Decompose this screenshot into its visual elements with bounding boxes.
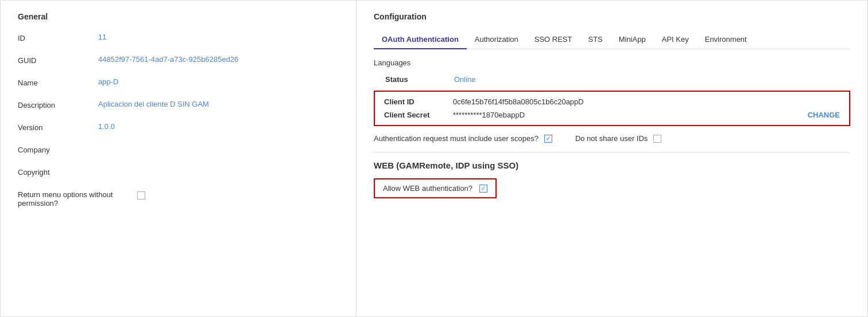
status-value: Online	[454, 75, 476, 84]
left-panel: General ID 11 GUID 44852f97-7561-4ad7-a7…	[1, 1, 356, 316]
field-row-name: Name app-D	[18, 77, 339, 87]
change-button[interactable]: CHANGE	[808, 111, 840, 119]
name-label: Name	[18, 77, 98, 87]
web-section-title: WEB (GAMRemote, IDP using SSO)	[374, 161, 850, 170]
tab-api-key[interactable]: API Key	[654, 30, 697, 49]
client-secret-value: **********1870ebappD	[453, 111, 796, 119]
checkmark-icon: ✓	[546, 136, 551, 142]
field-row-guid: GUID 44852f97-7561-4ad7-a73c-925b6285ed2…	[18, 55, 339, 65]
tab-miniapp[interactable]: MiniApp	[611, 30, 654, 49]
client-credentials-box: Client ID 0c6fe15b76f14f5b8a0805c1b6c20a…	[374, 91, 850, 126]
general-title: General	[18, 12, 339, 21]
allow-web-text: Allow WEB authentication?	[383, 184, 472, 193]
copyright-label: Copyright	[18, 167, 98, 177]
id-label: ID	[18, 33, 98, 42]
field-row-version: Version 1.0.0	[18, 122, 339, 132]
client-secret-row: Client Secret **********1870ebappD CHANG…	[384, 111, 840, 119]
client-id-value: 0c6fe15b76f14f5b8a0805c1b6c20appD	[453, 97, 840, 106]
status-label: Status	[385, 75, 454, 84]
description-label: Description	[18, 100, 98, 109]
description-value: Aplicacion del cliente D SIN GAM	[98, 100, 209, 108]
tab-oauth-authentication[interactable]: OAuth Authentication	[374, 30, 467, 49]
languages-label: Languages	[374, 58, 850, 67]
client-id-row: Client ID 0c6fe15b76f14f5b8a0805c1b6c20a…	[384, 97, 840, 106]
allow-web-checkbox[interactable]: ✓	[479, 185, 487, 193]
field-row-description: Description Aplicacion del cliente D SIN…	[18, 100, 339, 109]
allow-web-checkmark-icon: ✓	[481, 186, 486, 191]
return-menu-checkbox[interactable]	[137, 191, 145, 199]
auth-request-row: Authentication request must include user…	[374, 134, 850, 143]
client-secret-label: Client Secret	[384, 111, 453, 119]
tab-sts[interactable]: STS	[580, 30, 610, 49]
auth-request-checkbox[interactable]: ✓	[544, 135, 552, 143]
tab-environment[interactable]: Environment	[697, 30, 755, 49]
field-row-id: ID 11	[18, 33, 339, 42]
field-row-copyright: Copyright	[18, 167, 339, 177]
return-menu-label: Return menu options without permission?	[18, 189, 133, 208]
field-row-return-menu: Return menu options without permission?	[18, 189, 339, 208]
do-not-share-label: Do not share user IDs	[575, 134, 648, 143]
name-value: app-D	[98, 77, 118, 86]
guid-label: GUID	[18, 55, 98, 65]
version-label: Version	[18, 122, 98, 132]
field-row-company: Company	[18, 144, 339, 154]
auth-request-text: Authentication request must include user…	[374, 134, 538, 143]
tab-sso-rest[interactable]: SSO REST	[526, 30, 580, 49]
id-value: 11	[98, 33, 106, 41]
tab-authorization[interactable]: Authorization	[467, 30, 526, 49]
right-panel: Configuration OAuth Authentication Autho…	[356, 1, 867, 316]
do-not-share-checkbox[interactable]	[653, 135, 661, 143]
tabs-bar: OAuth Authentication Authorization SSO R…	[374, 30, 850, 49]
status-row: Status Online	[374, 75, 850, 84]
allow-web-box: Allow WEB authentication? ✓	[374, 178, 497, 198]
guid-value: 44852f97-7561-4ad7-a73c-925b6285ed26	[98, 55, 238, 64]
config-title: Configuration	[374, 12, 850, 21]
client-id-label: Client ID	[384, 97, 453, 106]
version-value: 1.0.0	[98, 122, 115, 131]
company-label: Company	[18, 144, 98, 154]
web-divider	[374, 152, 850, 152]
